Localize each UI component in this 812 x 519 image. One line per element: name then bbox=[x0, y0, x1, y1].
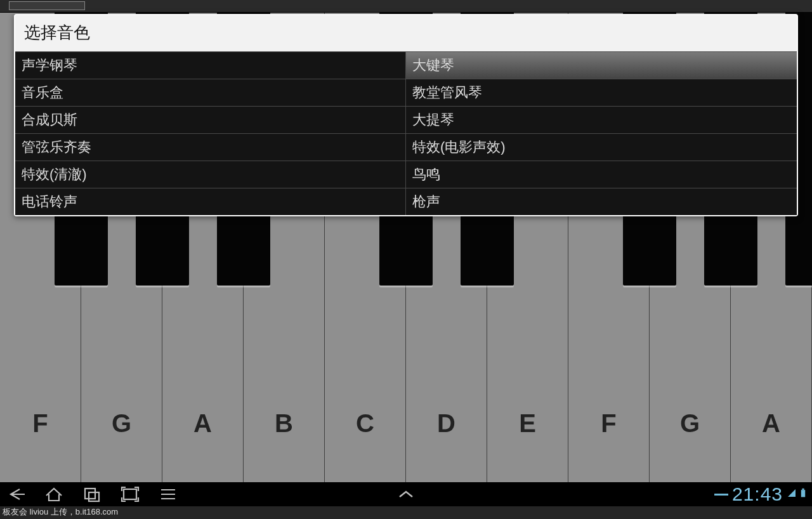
wifi-icon bbox=[787, 488, 797, 501]
menu-icon[interactable] bbox=[157, 485, 179, 503]
watermark-text: 板友会 liviou 上传，b.it168.com bbox=[3, 506, 118, 518]
dialog-title: 选择音色 bbox=[15, 15, 797, 51]
svg-rect-4 bbox=[802, 489, 804, 490]
system-navbar: 21:43 bbox=[0, 482, 812, 506]
svg-rect-3 bbox=[801, 490, 805, 497]
svg-rect-1 bbox=[89, 492, 99, 501]
back-icon[interactable] bbox=[5, 485, 27, 503]
svg-rect-2 bbox=[124, 489, 136, 499]
sound-option-6[interactable]: 管弦乐齐奏 bbox=[15, 133, 406, 161]
top-box bbox=[9, 1, 85, 10]
expand-up-icon[interactable] bbox=[395, 485, 417, 503]
key-label: A bbox=[762, 409, 780, 438]
top-strip bbox=[0, 0, 812, 13]
sound-option-10[interactable]: 电话铃声 bbox=[15, 188, 406, 215]
key-label: F bbox=[32, 409, 48, 438]
key-label: D bbox=[437, 409, 455, 438]
sound-option-8[interactable]: 特效(清澈) bbox=[15, 161, 406, 188]
dialog-options: 声学钢琴大键琴音乐盒教堂管风琴合成贝斯大提琴管弦乐齐奏特效(电影声效)特效(清澈… bbox=[15, 51, 797, 215]
sound-option-5[interactable]: 大提琴 bbox=[406, 106, 797, 133]
svg-rect-0 bbox=[85, 489, 95, 499]
app-stage: FGABCDEFGA 选择音色 声学钢琴大键琴音乐盒教堂管风琴合成贝斯大提琴管弦… bbox=[0, 0, 812, 519]
key-label: G bbox=[112, 409, 131, 438]
key-label: A bbox=[193, 409, 212, 438]
sound-option-0[interactable]: 声学钢琴 bbox=[15, 51, 406, 79]
key-label: E bbox=[519, 409, 536, 438]
recent-apps-icon[interactable] bbox=[81, 485, 103, 503]
key-label: F bbox=[601, 409, 616, 438]
sound-option-2[interactable]: 音乐盒 bbox=[15, 79, 406, 106]
key-label: B bbox=[275, 409, 293, 438]
system-tray[interactable]: 21:43 bbox=[714, 483, 806, 505]
dash-icon bbox=[714, 494, 728, 496]
sound-option-11[interactable]: 枪声 bbox=[406, 188, 797, 215]
home-icon[interactable] bbox=[43, 485, 65, 503]
sound-option-3[interactable]: 教堂管风琴 bbox=[406, 79, 797, 106]
battery-icon bbox=[801, 488, 806, 501]
select-sound-dialog: 选择音色 声学钢琴大键琴音乐盒教堂管风琴合成贝斯大提琴管弦乐齐奏特效(电影声效)… bbox=[14, 14, 798, 216]
clock: 21:43 bbox=[732, 483, 783, 505]
sound-option-9[interactable]: 鸟鸣 bbox=[406, 161, 797, 188]
screenshot-icon[interactable] bbox=[119, 485, 141, 503]
key-label: C bbox=[356, 409, 374, 438]
sound-option-1[interactable]: 大键琴 bbox=[406, 51, 797, 79]
key-label: G bbox=[680, 409, 700, 438]
sound-option-7[interactable]: 特效(电影声效) bbox=[406, 133, 797, 161]
sound-option-4[interactable]: 合成贝斯 bbox=[15, 106, 406, 133]
